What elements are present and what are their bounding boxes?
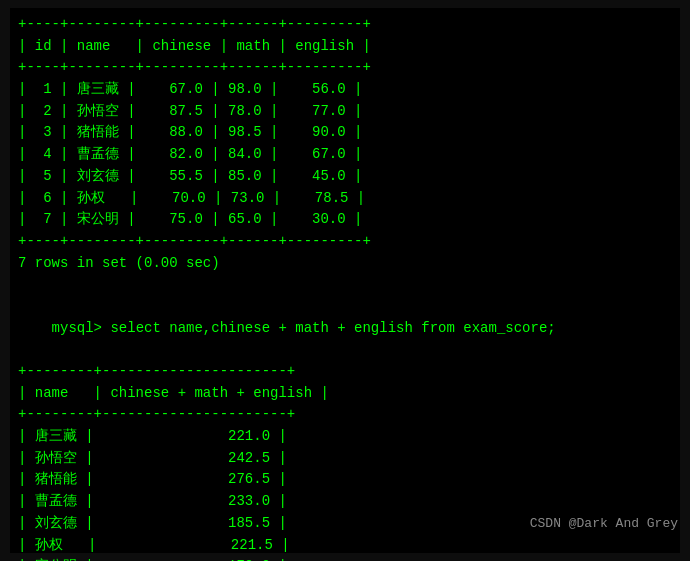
table1-row: | 2 | 孙悟空 | 87.5 | 78.0 | 77.0 | [18, 101, 672, 123]
table1-row: | 6 | 孙权 | 70.0 | 73.0 | 78.5 | [18, 188, 672, 210]
table1-header: | id | name | chinese | math | english | [18, 36, 672, 58]
watermark: CSDN @Dark And Grey [530, 516, 678, 531]
table2-border-mid: +--------+----------------------+ [18, 404, 672, 426]
table2-row: | 唐三藏 | 221.0 | [18, 426, 672, 448]
result1-text: 7 rows in set (0.00 sec) [18, 253, 672, 275]
terminal-window: +----+--------+---------+------+--------… [10, 8, 680, 553]
table1-rows: | 1 | 唐三藏 | 67.0 | 98.0 | 56.0 || 2 | 孙悟… [18, 79, 672, 231]
table1-row: | 1 | 唐三藏 | 67.0 | 98.0 | 56.0 | [18, 79, 672, 101]
table2-row: | 孙权 | 221.5 | [18, 535, 672, 557]
table2-border-top: +--------+----------------------+ [18, 361, 672, 383]
table2-row: | 曹孟德 | 233.0 | [18, 491, 672, 513]
table1-row: | 3 | 猪悟能 | 88.0 | 98.5 | 90.0 | [18, 122, 672, 144]
table1-border-bottom: +----+--------+---------+------+--------… [18, 231, 672, 253]
table1-row: | 4 | 曹孟德 | 82.0 | 84.0 | 67.0 | [18, 144, 672, 166]
table1-border-mid: +----+--------+---------+------+--------… [18, 57, 672, 79]
table1-border-top: +----+--------+---------+------+--------… [18, 14, 672, 36]
table1-row: | 5 | 刘玄德 | 55.5 | 85.0 | 45.0 | [18, 166, 672, 188]
empty-line1 [18, 274, 672, 296]
query2-command: select name,chinese + math + english fro… [110, 320, 555, 336]
table1-row: | 7 | 宋公明 | 75.0 | 65.0 | 30.0 | [18, 209, 672, 231]
table2-row: | 猪悟能 | 276.5 | [18, 469, 672, 491]
mysql-prompt2[interactable]: mysql> [52, 320, 111, 336]
table2-rows: | 唐三藏 | 221.0 || 孙悟空 | 242.5 || 猪悟能 | 27… [18, 426, 672, 561]
table2-header: | name | chinese + math + english | [18, 383, 672, 405]
table2-row: | 孙悟空 | 242.5 | [18, 448, 672, 470]
table2-row: | 宋公明 | 170.0 | [18, 556, 672, 561]
query2-line: mysql> select name,chinese + math + engl… [18, 296, 672, 361]
